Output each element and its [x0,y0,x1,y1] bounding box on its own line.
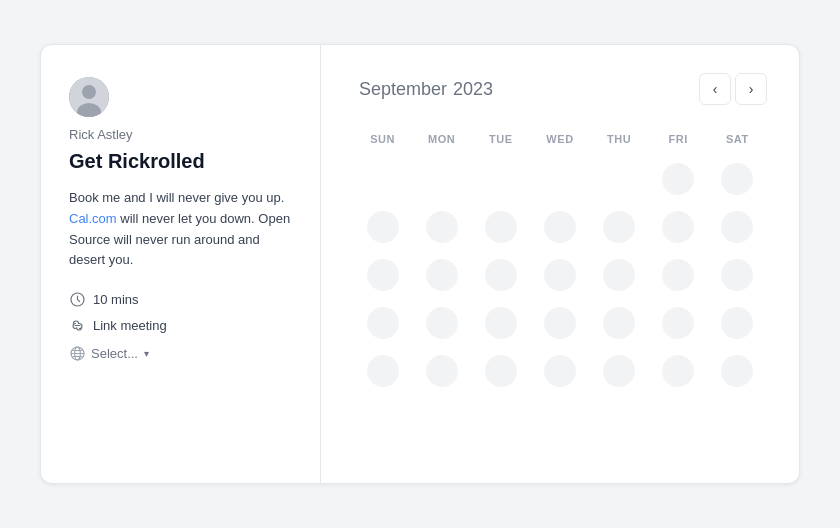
host-avatar [69,77,109,117]
day-cell-17 [353,301,412,345]
timezone-selector[interactable]: Select... ▾ [69,345,292,361]
cal-link[interactable]: Cal.com [69,211,117,226]
host-name: Rick Astley [69,127,292,142]
chevron-down-icon: ▾ [144,348,149,359]
link-icon [69,317,85,333]
next-month-button[interactable]: › [735,73,767,105]
clock-icon [69,291,85,307]
dow-sat: SAT [708,129,767,149]
day-cell-empty-2 [412,157,471,201]
dow-thu: THU [590,129,649,149]
month-label: September [359,79,447,99]
day-cell-8 [649,205,708,249]
day-cell-empty-1 [353,157,412,201]
day-cell-7 [590,205,649,249]
day-cell-25 [412,349,471,393]
desc-before-link: Book me and I will never give you up. [69,190,284,205]
day-cell-27 [530,349,589,393]
calendar-panel: September2023 ‹ › SUN MON TUE WED THU FR… [321,45,799,483]
day-cell-30 [708,349,767,393]
day-cell-13 [530,253,589,297]
day-cell-22 [649,301,708,345]
day-cell-26 [471,349,530,393]
day-cell-empty-5 [590,157,649,201]
day-cell-29 [649,349,708,393]
day-cell-12 [471,253,530,297]
year-label: 2023 [453,79,493,99]
dow-mon: MON [412,129,471,149]
day-cell-5 [471,205,530,249]
day-cell-28 [590,349,649,393]
day-cell-16 [708,253,767,297]
calendar-grid: SUN MON TUE WED THU FRI SAT [353,129,767,393]
calendar-nav: ‹ › [699,73,767,105]
day-cell-18 [412,301,471,345]
day-cell-3 [353,205,412,249]
day-cell-empty-4 [530,157,589,201]
dow-wed: WED [530,129,589,149]
dow-fri: FRI [649,129,708,149]
day-cell-15 [649,253,708,297]
day-cell-empty-3 [471,157,530,201]
meeting-type-label: Link meeting [93,318,167,333]
dow-tue: TUE [471,129,530,149]
days-of-week-row: SUN MON TUE WED THU FRI SAT [353,129,767,149]
calendar-header: September2023 ‹ › [353,73,767,105]
day-cell-10 [353,253,412,297]
duration-meta: 10 mins [69,291,292,307]
event-title: Get Rickrolled [69,148,292,174]
day-cell-23 [708,301,767,345]
timezone-placeholder: Select... [91,346,138,361]
globe-icon [69,345,85,361]
days-grid [353,157,767,393]
day-cell-19 [471,301,530,345]
day-cell-4 [412,205,471,249]
day-cell-20 [530,301,589,345]
day-cell-9 [708,205,767,249]
day-cell-1 [649,157,708,201]
day-cell-2 [708,157,767,201]
prev-month-button[interactable]: ‹ [699,73,731,105]
dow-sun: SUN [353,129,412,149]
day-cell-21 [590,301,649,345]
day-cell-14 [590,253,649,297]
meeting-type-meta: Link meeting [69,317,292,333]
event-description: Book me and I will never give you up. Ca… [69,188,292,271]
duration-label: 10 mins [93,292,139,307]
event-details-panel: Rick Astley Get Rickrolled Book me and I… [41,45,321,483]
booking-card: Rick Astley Get Rickrolled Book me and I… [40,44,800,484]
day-cell-24 [353,349,412,393]
month-year-title: September2023 [353,79,493,100]
day-cell-6 [530,205,589,249]
svg-point-1 [82,85,96,99]
day-cell-11 [412,253,471,297]
